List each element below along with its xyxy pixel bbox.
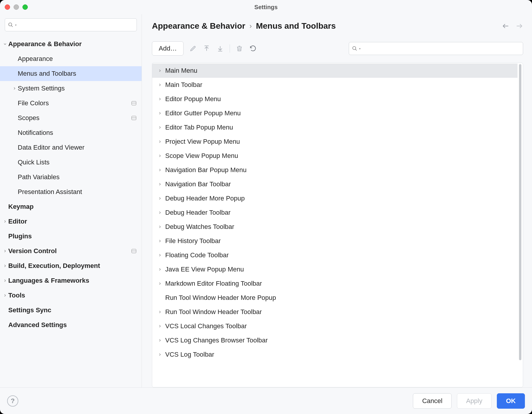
chevron-right-icon	[156, 338, 164, 342]
sidebar-item[interactable]: Quick Lists	[0, 155, 142, 170]
sidebar-item[interactable]: Scopes	[0, 111, 142, 125]
chevron-icon	[2, 293, 8, 297]
menu-tree-item-label: Floating Code Toolbar	[165, 251, 229, 259]
sidebar-item-label: Tools	[8, 292, 136, 299]
menu-tree-item[interactable]: Editor Popup Menu	[152, 92, 518, 106]
delete-icon[interactable]	[235, 44, 244, 53]
cancel-button[interactable]: Cancel	[413, 393, 451, 409]
window-title: Settings	[254, 4, 278, 11]
chevron-icon	[2, 249, 8, 253]
menu-tree-item[interactable]: Editor Tab Popup Menu	[152, 120, 518, 135]
menu-tree: Main MenuMain ToolbarEditor Popup MenuEd…	[152, 63, 518, 387]
menu-tree-item-label: Java EE View Popup Menu	[165, 266, 244, 273]
sidebar-item[interactable]: Appearance & Behavior	[0, 37, 142, 51]
menu-tree-item-label: Editor Popup Menu	[165, 95, 221, 103]
chevron-right-icon	[156, 140, 164, 144]
titlebar: Settings	[0, 0, 532, 14]
menu-tree-item-label: VCS Log Changes Browser Toolbar	[165, 337, 268, 344]
menu-tree-item[interactable]: Run Tool Window Header More Popup	[152, 291, 518, 305]
nav-forward-button[interactable]	[515, 22, 523, 30]
sidebar-item-label: System Settings	[18, 85, 136, 92]
nav-back-button[interactable]	[502, 22, 510, 30]
menu-tree-item[interactable]: VCS Log Changes Browser Toolbar	[152, 333, 518, 347]
sidebar-item[interactable]: Path Variables	[0, 170, 142, 185]
sidebar-item[interactable]: Keymap	[0, 199, 142, 214]
menu-tree-item[interactable]: Main Menu	[152, 64, 518, 78]
scrollbar[interactable]	[518, 63, 523, 387]
menu-tree-item[interactable]: Java EE View Popup Menu	[152, 262, 518, 276]
nav-arrows	[502, 22, 523, 30]
menu-tree-item-label: Main Menu	[165, 67, 197, 75]
menu-tree-item[interactable]: VCS Local Changes Toolbar	[152, 319, 518, 333]
close-window-button[interactable]	[5, 4, 10, 10]
add-button[interactable]: Add…	[152, 41, 184, 56]
menu-tree-item[interactable]: Markdown Editor Floating Toolbar	[152, 276, 518, 291]
menu-tree-item[interactable]: VCS Log Toolbar	[152, 347, 518, 362]
toolbar-search-input[interactable]	[362, 45, 520, 52]
sidebar-item-label: Menus and Toolbars	[18, 70, 136, 77]
menu-tree-item[interactable]: Editor Gutter Popup Menu	[152, 106, 518, 120]
chevron-right-icon	[156, 168, 164, 172]
menu-tree-item-label: Run Tool Window Header Toolbar	[165, 308, 262, 316]
menu-tree-item[interactable]: Scope View Popup Menu	[152, 149, 518, 163]
svg-point-0	[9, 23, 12, 26]
sidebar-item[interactable]: Data Editor and Viewer	[0, 140, 142, 155]
sidebar-item[interactable]: Editor	[0, 214, 142, 229]
chevron-right-icon	[156, 352, 164, 357]
sidebar-item[interactable]: Languages & Frameworks	[0, 273, 142, 288]
footer: ? Cancel Apply OK	[0, 387, 532, 414]
menu-tree-item-label: Run Tool Window Header More Popup	[165, 294, 276, 302]
move-down-icon[interactable]	[216, 44, 224, 53]
sidebar-item[interactable]: Menus and Toolbars	[0, 66, 142, 81]
sidebar-search[interactable]: ▾	[5, 18, 137, 31]
dropdown-caret-icon: ▾	[359, 47, 361, 50]
menu-tree-item[interactable]: Navigation Bar Toolbar	[152, 177, 518, 191]
menu-tree-item[interactable]: Debug Header Toolbar	[152, 206, 518, 220]
sidebar-item[interactable]: Plugins	[0, 229, 142, 244]
sidebar-item[interactable]: Notifications	[0, 125, 142, 140]
chevron-right-icon	[156, 196, 164, 200]
minimize-window-button[interactable]	[14, 4, 19, 10]
chevron-right-icon	[156, 324, 164, 328]
breadcrumb-parent[interactable]: Appearance & Behavior	[152, 21, 245, 31]
sidebar-item[interactable]: Settings Sync	[0, 303, 142, 318]
help-button[interactable]: ?	[7, 395, 18, 407]
main-panel: Appearance & Behavior › Menus and Toolba…	[142, 14, 532, 387]
menu-tree-item[interactable]: Debug Watches Toolbar	[152, 220, 518, 234]
sidebar-item-label: Keymap	[8, 203, 136, 211]
revert-icon[interactable]	[249, 44, 257, 53]
sidebar-item-label: Languages & Frameworks	[8, 277, 136, 284]
sidebar-search-input[interactable]	[18, 22, 134, 28]
sidebar-item[interactable]: Build, Execution, Deployment	[0, 258, 142, 273]
menu-tree-item[interactable]: Debug Header More Popup	[152, 191, 518, 206]
edit-icon[interactable]	[189, 44, 197, 53]
sidebar-item-label: Appearance	[18, 55, 136, 63]
sidebar-item[interactable]: Appearance	[0, 51, 142, 66]
sidebar-item[interactable]: Version Control	[0, 244, 142, 258]
ok-button[interactable]: OK	[497, 393, 525, 409]
sidebar-item[interactable]: System Settings	[0, 81, 142, 96]
sidebar-item[interactable]: Tools	[0, 288, 142, 303]
sidebar-item[interactable]: Advanced Settings	[0, 318, 142, 332]
sidebar-item[interactable]: File Colors	[0, 96, 142, 111]
menu-tree-item[interactable]: Floating Code Toolbar	[152, 248, 518, 262]
scrollbar-thumb[interactable]	[519, 64, 521, 360]
menu-tree-item[interactable]: Run Tool Window Header Toolbar	[152, 305, 518, 319]
menu-tree-item-label: Editor Tab Popup Menu	[165, 124, 233, 131]
svg-line-11	[355, 49, 357, 51]
menu-tree-item[interactable]: Main Toolbar	[152, 78, 518, 92]
menu-tree-item[interactable]: Navigation Bar Popup Menu	[152, 163, 518, 177]
breadcrumb: Appearance & Behavior › Menus and Toolba…	[152, 21, 523, 31]
search-icon	[352, 46, 357, 51]
maximize-window-button[interactable]	[22, 4, 28, 10]
chevron-right-icon	[156, 111, 164, 115]
menu-tree-item[interactable]: File History Toolbar	[152, 234, 518, 248]
move-up-icon[interactable]	[202, 44, 211, 53]
sidebar-item[interactable]: Presentation Assistant	[0, 185, 142, 199]
menu-tree-item[interactable]: Project View Popup Menu	[152, 135, 518, 149]
sidebar-item-label: Settings Sync	[8, 306, 136, 314]
menu-tree-item-label: VCS Log Toolbar	[165, 351, 214, 358]
chevron-icon	[11, 86, 18, 90]
toolbar-search[interactable]: ▾	[349, 42, 523, 55]
chevron-right-icon	[156, 211, 164, 215]
